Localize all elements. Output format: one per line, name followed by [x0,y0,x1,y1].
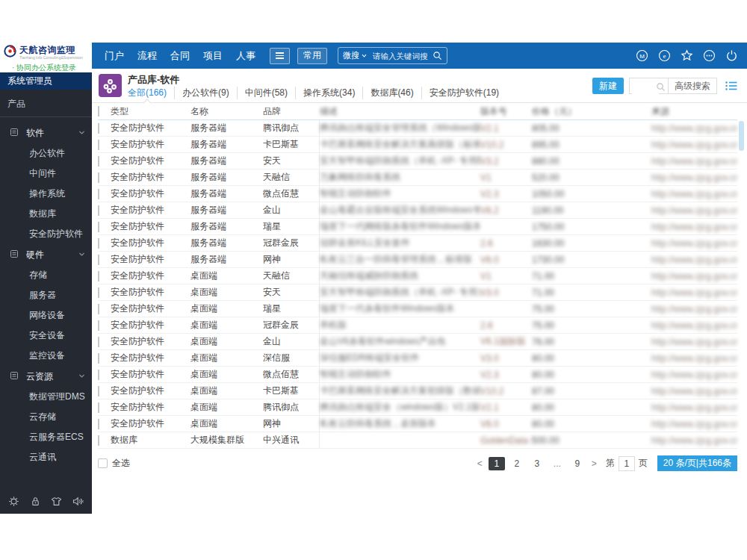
topnav-item[interactable]: 合同 [164,43,196,69]
tab-3[interactable]: 操作系统(34) [295,87,362,99]
m-circle-icon[interactable]: M [636,49,648,62]
table-row[interactable]: 安全防护软件桌面端网神私有云防病毒系统，桌面版本V6.080.00http://… [98,416,737,432]
row-checkbox[interactable] [98,419,99,429]
advanced-search-button[interactable]: 高级搜索 [668,78,717,94]
row-checkbox[interactable] [98,140,99,150]
topnav-item[interactable]: 人事 [229,43,262,69]
row-checkbox[interactable] [98,435,99,446]
row-checkbox[interactable] [98,238,99,249]
row-checkbox[interactable] [98,255,99,265]
sidebar-item[interactable]: 云服务器ECS [0,427,92,447]
scrollbar-thumb[interactable] [739,121,744,151]
search-scope-dropdown[interactable]: 微搜 [343,50,368,61]
table-row[interactable]: 安全防护软件服务器端瑞星瑞星下一代网络版杀毒软件Windows版本1750.00… [98,219,737,235]
table-row[interactable]: 安全防护软件服务器端网神私有云三合一防病毒管理系统，标准版V6.01730.00… [98,252,737,268]
table-row[interactable]: 安全防护软件服务器端金山金山毒霸企业版终端安全系统Windows专用版V6.21… [98,202,737,219]
table-row[interactable]: 安全防护软件桌面端腾讯御点腾讯御点终端安全（windows版）V2.1版V2.1… [98,399,737,416]
sidebar-item[interactable]: 数据库 [0,204,92,224]
table-row[interactable]: 安全防护软件桌面端天融信天融信终端威胁防御系统V171.00http://www… [98,268,737,284]
row-checkbox[interactable] [98,320,99,331]
table-row[interactable]: 安全防护软件服务器端安天安天智甲终端防御系统（单机 -XP- 专用版）V3.28… [98,153,737,169]
prev-page-button[interactable]: < [475,458,485,469]
sidebar-item[interactable]: 云通讯 [0,447,92,467]
table-row[interactable]: 安全防护软件桌面端卡巴斯基卡巴斯基网络安全解决方案初级版（数据）- KL...V… [98,383,737,399]
page-size-badge[interactable]: 20 条/页|共166条 [657,455,737,471]
sidebar-item[interactable]: 监控设备 [0,346,92,366]
row-checkbox[interactable] [98,123,99,134]
row-checkbox[interactable] [98,172,99,183]
tab-5[interactable]: 安全防护软件(19) [421,87,506,99]
global-search-input[interactable] [371,51,433,61]
sidebar-item[interactable]: 网络设备 [0,305,92,326]
row-checkbox[interactable] [98,189,99,199]
row-checkbox[interactable] [98,337,99,347]
row-checkbox[interactable] [98,156,99,167]
table-row[interactable]: 安全防护软件服务器端冠群金辰冠群金辰KILL安全套件2.61630.00http… [98,235,737,252]
row-checkbox[interactable] [98,353,99,364]
gear-icon[interactable] [7,496,19,508]
row-checkbox[interactable] [98,287,99,298]
more-menus-button[interactable] [270,48,290,64]
sidebar-group[interactable]: 硬件 [0,244,92,265]
page-button[interactable]: 9 [569,457,586,470]
table-row[interactable]: 安全防护软件服务器端腾讯御点腾讯御点终端安全管理系统（Windows版）V2.1… [98,120,737,137]
row-checkbox[interactable] [98,370,99,380]
table-search-input[interactable] [632,79,659,94]
page-jump-input[interactable]: 1 [619,456,635,471]
shirt-icon[interactable] [51,496,63,508]
sidebar-item[interactable]: 存储 [0,265,92,285]
row-checkbox[interactable] [98,402,99,413]
header-checkbox[interactable] [98,106,99,116]
topnav-item[interactable]: 项目 [196,43,229,69]
sidebar-item[interactable]: 云存储 [0,407,92,427]
select-all-checkbox[interactable] [98,458,108,468]
row-checkbox[interactable] [98,222,99,232]
table-row[interactable]: 安全防护软件服务器端卡巴斯基卡巴斯基网络安全解决方案高级版（标准）- KL4..… [98,137,737,153]
page-button[interactable]: 2 [509,457,525,470]
list-view-icon[interactable] [725,81,737,91]
sidebar-item[interactable]: 操作系统 [0,184,92,204]
next-page-button[interactable]: > [589,458,599,469]
row-checkbox[interactable] [98,271,99,281]
sidebar-item[interactable]: 安全设备 [0,326,92,346]
search-icon[interactable] [433,51,442,60]
table-row[interactable]: 安全防护软件服务器端微点佰慧智能主动防御软件V2.31050.00http://… [98,186,737,202]
tab-1[interactable]: 办公软件(9) [174,87,237,99]
sidebar-group[interactable]: 云资源 [0,366,92,387]
sidebar-item[interactable]: 数据管理DMS [0,387,92,407]
page-button[interactable]: 3 [529,457,545,470]
table-row[interactable]: 数据库大规模集群版中兴通讯GoldenData s...500.00http:/… [98,432,737,449]
topnav-item[interactable]: 门户 [98,43,131,69]
table-row[interactable]: 安全防护软件桌面端微点佰慧智能主动防御软件V2.380.00http://www… [98,367,737,383]
table-scrollbar[interactable] [739,121,744,435]
sidebar-item[interactable]: 办公软件 [0,143,92,164]
search-icon[interactable] [656,81,666,95]
table-row[interactable]: 安全防护软件桌面端深信服深信服EDR终端安全软件V3.080.00http://… [98,350,737,367]
lock-icon[interactable] [29,496,41,508]
sidebar-item[interactable]: 服务器 [0,285,92,305]
sidebar-group[interactable]: 软件 [0,122,92,143]
table-row[interactable]: 安全防护软件桌面端冠群金辰单机版2.675.00http://www.zjcg.… [98,317,737,334]
row-checkbox[interactable] [98,304,99,314]
sidebar-item[interactable]: 安全防护软件 [0,224,92,244]
table-row[interactable]: 安全防护软件桌面端金山金山V6杀毒软件windows产品包V6.1国际版76.0… [98,334,737,350]
speaker-icon[interactable] [72,496,84,508]
frequent-button[interactable]: 常用 [297,48,327,64]
page-button[interactable]: 1 [489,457,505,470]
tab-4[interactable]: 数据库(46) [362,87,421,99]
topnav-item[interactable]: 流程 [131,43,164,69]
e-circle-icon[interactable]: e [658,49,671,62]
oa-login-link[interactable]: · 协同办公系统登录 [0,60,92,73]
tab-0[interactable]: 全部(166) [120,87,174,99]
power-icon[interactable] [725,49,738,62]
star-icon[interactable] [681,49,693,62]
tab-2[interactable]: 中间件(58) [237,87,295,99]
sidebar-item[interactable]: 中间件 [0,164,92,184]
new-button[interactable]: 新建 [592,78,624,94]
row-checkbox[interactable] [98,386,99,396]
table-row[interactable]: 安全防护软件桌面端瑞星瑞星下一代杀毒软件Windows版本75.00http:/… [98,301,737,317]
row-checkbox[interactable] [98,205,99,216]
table-row[interactable]: 安全防护软件服务器端天融信万象网络防病毒系统V1520.00http://www… [98,169,737,186]
table-row[interactable]: 安全防护软件桌面端安天安天智甲终端防御系统（单机 -XP- 专用）V3.071.… [98,284,737,301]
ellipsis-circle-icon[interactable] [703,49,716,62]
